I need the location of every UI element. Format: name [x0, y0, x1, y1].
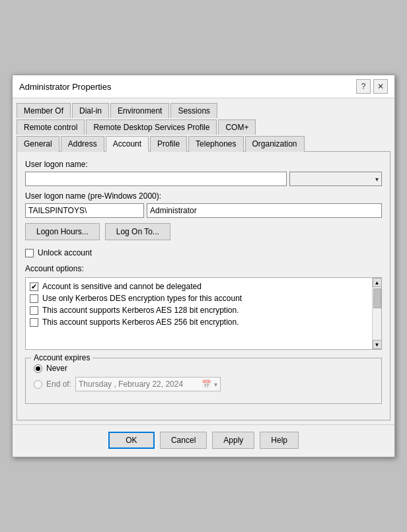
title-bar: Administrator Properties ? ✕: [13, 75, 394, 98]
date-chevron-icon: ▾: [214, 381, 217, 388]
never-radio-row: Never: [34, 364, 373, 373]
options-content: ✔ Account is sensitive and cannot be del…: [28, 281, 379, 328]
help-button[interactable]: ?: [356, 79, 371, 94]
account-options-box[interactable]: ✔ Account is sensitive and cannot be del…: [25, 277, 382, 350]
tab-sessions[interactable]: Sessions: [170, 103, 217, 118]
unlock-account-row: Unlock account: [25, 248, 382, 257]
logon-buttons: Logon Hours... Log On To...: [25, 223, 382, 240]
tab-row-1: Member Of Dial-in Environment Sessions: [17, 102, 390, 117]
tab-com-plus[interactable]: COM+: [218, 119, 256, 135]
scroll-down-arrow[interactable]: ▼: [373, 340, 382, 349]
tab-environment[interactable]: Environment: [110, 103, 169, 118]
option-checkbox-2[interactable]: [30, 306, 38, 315]
option-checkbox-1[interactable]: [30, 294, 38, 303]
date-value: Thursday , February 22, 2024: [79, 380, 199, 389]
unlock-account-checkbox[interactable]: [25, 249, 34, 257]
log-on-to-button[interactable]: Log On To...: [105, 223, 170, 240]
option-row-3: This account supports Kerberos AES 256 b…: [28, 316, 368, 328]
radio-dot: [36, 366, 40, 371]
option-label-0: Account is sensitive and cannot be deleg…: [42, 282, 202, 291]
tab-remote-desktop[interactable]: Remote Desktop Services Profile: [86, 119, 217, 135]
tab-account[interactable]: Account: [106, 136, 149, 152]
end-of-radio-row: End of: Thursday , February 22, 2024 📅 ▾: [34, 377, 373, 391]
domain-dropdown[interactable]: ▾: [289, 172, 382, 186]
pre2000-domain-input[interactable]: [25, 203, 144, 218]
end-of-label: End of:: [46, 380, 71, 389]
account-options-label: Account options:: [25, 264, 382, 273]
tab-member-of[interactable]: Member Of: [17, 103, 71, 118]
option-checkbox-0[interactable]: ✔: [30, 283, 38, 291]
tab-general[interactable]: General: [17, 136, 59, 152]
never-label: Never: [46, 364, 67, 373]
option-label-3: This account supports Kerberos AES 256 b…: [42, 317, 239, 327]
pre2000-row: [25, 203, 382, 218]
calendar-icon: 📅: [202, 380, 211, 389]
bottom-buttons: OK Cancel Apply Help: [13, 424, 394, 457]
option-label-1: Use only Kerberos DES encryption types f…: [42, 294, 242, 303]
user-logon-input[interactable]: [25, 172, 287, 186]
title-bar-controls: ? ✕: [356, 79, 388, 94]
account-expires-legend: Account expires: [31, 353, 92, 362]
ok-button[interactable]: OK: [108, 432, 155, 449]
never-radio[interactable]: [34, 364, 42, 373]
apply-button[interactable]: Apply: [212, 432, 254, 449]
end-of-radio[interactable]: [34, 380, 42, 389]
account-expires-group: Account expires Never End of: Thursday ,…: [25, 358, 382, 404]
option-row-0: ✔ Account is sensitive and cannot be del…: [28, 281, 368, 292]
close-button[interactable]: ✕: [373, 79, 388, 94]
logon-hours-button[interactable]: Logon Hours...: [25, 223, 100, 240]
scrollbar[interactable]: ▲ ▼: [372, 278, 381, 349]
scroll-up-arrow[interactable]: ▲: [373, 278, 382, 287]
dialog-title: Administrator Properties: [19, 82, 111, 92]
chevron-down-icon: ▾: [375, 176, 379, 183]
dialog-window: Administrator Properties ? ✕ Member Of D…: [12, 75, 395, 457]
tabs-container: Member Of Dial-in Environment Sessions R…: [13, 98, 394, 151]
tab-organization[interactable]: Organization: [245, 136, 305, 152]
tab-telephones[interactable]: Telephones: [188, 136, 243, 152]
tab-address[interactable]: Address: [61, 136, 104, 152]
pre2000-label: User logon name (pre-Windows 2000):: [25, 191, 382, 201]
tab-dial-in[interactable]: Dial-in: [72, 103, 109, 118]
option-checkbox-3[interactable]: [30, 318, 38, 327]
date-picker-dropdown[interactable]: Thursday , February 22, 2024 📅 ▾: [75, 377, 221, 391]
user-logon-row: ▾: [25, 172, 382, 186]
tab-row-2: Remote control Remote Desktop Services P…: [17, 119, 390, 134]
option-row-2: This account supports Kerberos AES 128 b…: [28, 304, 368, 316]
checkmark-icon: ✔: [31, 283, 37, 290]
help-dialog-button[interactable]: Help: [260, 432, 299, 449]
tab-profile[interactable]: Profile: [150, 136, 187, 152]
option-row-1: Use only Kerberos DES encryption types f…: [28, 292, 368, 304]
tab-row-3: General Address Account Profile Telephon…: [17, 135, 390, 151]
tab-remote-control[interactable]: Remote control: [17, 119, 85, 135]
unlock-account-label: Unlock account: [38, 248, 92, 257]
pre2000-user-input[interactable]: [147, 203, 382, 218]
user-logon-label: User logon name:: [25, 160, 382, 169]
cancel-button[interactable]: Cancel: [160, 432, 207, 449]
content-area: User logon name: ▾ User logon name (pre-…: [17, 151, 390, 420]
option-label-2: This account supports Kerberos AES 128 b…: [42, 306, 239, 315]
scroll-thumb[interactable]: [373, 288, 381, 308]
